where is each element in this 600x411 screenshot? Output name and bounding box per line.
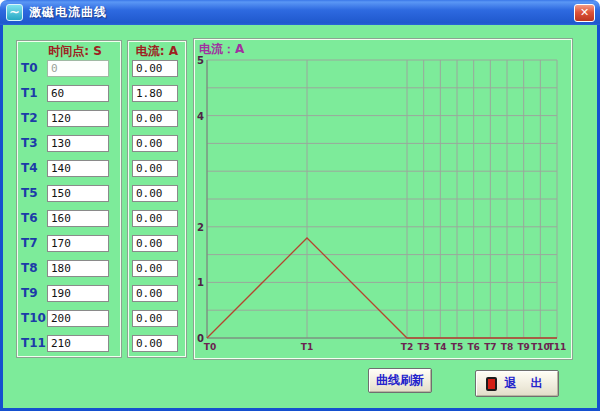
current-input-T3[interactable] xyxy=(132,135,178,152)
time-column-header: 时间点: S xyxy=(17,43,121,60)
y-tick-label: 1 xyxy=(197,277,204,288)
y-tick-label: 4 xyxy=(197,111,204,122)
current-input-T0[interactable] xyxy=(132,60,178,77)
app-window: ~ 激磁电流曲线 ✕ 时间点: S T0T1T2T3T4T5T6T7T8T9T1… xyxy=(0,0,600,411)
current-input-T4[interactable] xyxy=(132,160,178,177)
time-row-label-T5: T5 xyxy=(21,185,47,202)
x-tick-label: T9 xyxy=(517,342,529,352)
time-row-label-T1: T1 xyxy=(21,85,47,102)
x-tick-label: T8 xyxy=(501,342,513,352)
current-input-T2[interactable] xyxy=(132,110,178,127)
x-tick-label: T7 xyxy=(484,342,496,352)
time-row-label-T7: T7 xyxy=(21,235,47,252)
close-icon[interactable]: ✕ xyxy=(574,4,595,22)
time-input-T6[interactable] xyxy=(47,210,109,227)
current-input-T8[interactable] xyxy=(132,260,178,277)
time-input-T0 xyxy=(47,60,109,77)
chart-panel: 01245T0T1T2T3T4T5T6T7T8T9T10T11 电流：A xyxy=(193,38,573,360)
exit-button[interactable]: 退 出 xyxy=(475,370,559,397)
time-input-T8[interactable] xyxy=(47,260,109,277)
time-input-T4[interactable] xyxy=(47,160,109,177)
window-wave-icon: ~ xyxy=(6,4,23,21)
time-row-label-T10: T10 xyxy=(21,310,47,327)
x-tick-label: T3 xyxy=(417,342,429,352)
time-row-label-T11: T11 xyxy=(21,335,47,352)
time-input-T7[interactable] xyxy=(47,235,109,252)
title-bar[interactable]: ~ 激磁电流曲线 ✕ xyxy=(0,0,600,25)
x-tick-label: T5 xyxy=(451,342,463,352)
time-row-label-T6: T6 xyxy=(21,210,47,227)
client-area: 时间点: S T0T1T2T3T4T5T6T7T8T9T10T11 电流: A … xyxy=(0,25,600,411)
x-tick-label: T2 xyxy=(401,342,413,352)
refresh-curve-button[interactable]: 曲线刷新 xyxy=(368,368,432,393)
time-input-T11[interactable] xyxy=(47,335,109,352)
current-input-T11[interactable] xyxy=(132,335,178,352)
power-switch-icon xyxy=(486,377,497,391)
time-input-T9[interactable] xyxy=(47,285,109,302)
current-input-T1[interactable] xyxy=(132,85,178,102)
current-panel: 电流: A xyxy=(127,40,187,358)
chart-svg: 01245T0T1T2T3T4T5T6T7T8T9T10T11 xyxy=(194,39,572,359)
current-input-T6[interactable] xyxy=(132,210,178,227)
time-row-label-T8: T8 xyxy=(21,260,47,277)
time-input-T10[interactable] xyxy=(47,310,109,327)
current-input-T5[interactable] xyxy=(132,185,178,202)
window-title: 激磁电流曲线 xyxy=(29,0,107,25)
time-row-label-T3: T3 xyxy=(21,135,47,152)
x-tick-label: T11 xyxy=(548,342,567,352)
time-input-T3[interactable] xyxy=(47,135,109,152)
current-curve-line xyxy=(207,238,557,338)
time-row-label-T9: T9 xyxy=(21,285,47,302)
x-tick-label: T6 xyxy=(467,342,479,352)
time-input-T2[interactable] xyxy=(47,110,109,127)
current-input-T7[interactable] xyxy=(132,235,178,252)
x-tick-label: T0 xyxy=(204,342,216,352)
time-input-T5[interactable] xyxy=(47,185,109,202)
time-row-label-T2: T2 xyxy=(21,110,47,127)
current-input-T9[interactable] xyxy=(132,285,178,302)
exit-button-label: 退 出 xyxy=(504,375,547,392)
current-column-header: 电流: A xyxy=(128,43,186,60)
x-tick-label: T1 xyxy=(301,342,313,352)
time-row-label-T0: T0 xyxy=(21,60,47,77)
time-panel: 时间点: S T0T1T2T3T4T5T6T7T8T9T10T11 xyxy=(16,40,122,358)
current-input-T10[interactable] xyxy=(132,310,178,327)
time-row-label-T4: T4 xyxy=(21,160,47,177)
chart-y-axis-title: 电流：A xyxy=(199,41,244,58)
x-tick-label: T4 xyxy=(434,342,446,352)
time-input-T1[interactable] xyxy=(47,85,109,102)
y-tick-label: 2 xyxy=(197,222,204,233)
